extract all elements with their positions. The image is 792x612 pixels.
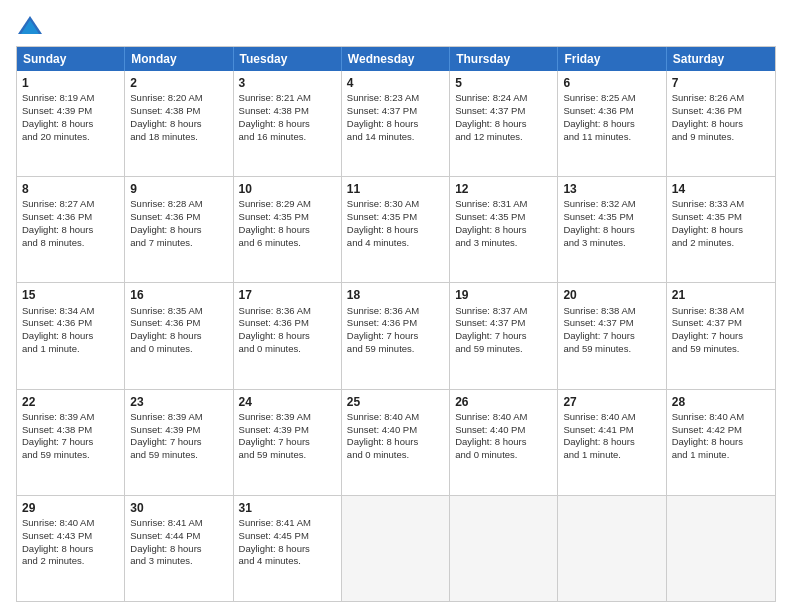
calendar: SundayMondayTuesdayWednesdayThursdayFrid… — [16, 46, 776, 602]
day-cell-24: 24Sunrise: 8:39 AMSunset: 4:39 PMDayligh… — [234, 390, 342, 495]
day-info-line: and 9 minutes. — [672, 131, 770, 144]
day-info-line: Sunset: 4:36 PM — [239, 317, 336, 330]
day-info-line: Sunrise: 8:23 AM — [347, 92, 444, 105]
day-info-line: and 59 minutes. — [239, 449, 336, 462]
empty-cell — [667, 496, 775, 601]
day-info-line: and 1 minute. — [22, 343, 119, 356]
day-info-line: Daylight: 7 hours — [563, 330, 660, 343]
day-cell-8: 8Sunrise: 8:27 AMSunset: 4:36 PMDaylight… — [17, 177, 125, 282]
day-info-line: Sunrise: 8:24 AM — [455, 92, 552, 105]
day-number: 21 — [672, 287, 770, 303]
day-cell-3: 3Sunrise: 8:21 AMSunset: 4:38 PMDaylight… — [234, 71, 342, 176]
day-info-line: Daylight: 8 hours — [672, 436, 770, 449]
day-info-line: Sunrise: 8:36 AM — [239, 305, 336, 318]
day-info-line: Sunrise: 8:26 AM — [672, 92, 770, 105]
day-info-line: Daylight: 8 hours — [130, 224, 227, 237]
day-info-line: Daylight: 8 hours — [22, 118, 119, 131]
week-row-5: 29Sunrise: 8:40 AMSunset: 4:43 PMDayligh… — [17, 495, 775, 601]
day-cell-26: 26Sunrise: 8:40 AMSunset: 4:40 PMDayligh… — [450, 390, 558, 495]
day-number: 6 — [563, 75, 660, 91]
day-info-line: Daylight: 8 hours — [130, 118, 227, 131]
day-info-line: Sunset: 4:36 PM — [22, 211, 119, 224]
header-day-friday: Friday — [558, 47, 666, 71]
day-info-line: and 1 minute. — [672, 449, 770, 462]
day-number: 28 — [672, 394, 770, 410]
day-info-line: Sunset: 4:36 PM — [130, 211, 227, 224]
day-info-line: and 0 minutes. — [239, 343, 336, 356]
day-info-line: Sunset: 4:37 PM — [455, 317, 552, 330]
day-cell-31: 31Sunrise: 8:41 AMSunset: 4:45 PMDayligh… — [234, 496, 342, 601]
day-cell-1: 1Sunrise: 8:19 AMSunset: 4:39 PMDaylight… — [17, 71, 125, 176]
day-info-line: Sunrise: 8:40 AM — [563, 411, 660, 424]
day-info-line: and 59 minutes. — [455, 343, 552, 356]
week-row-4: 22Sunrise: 8:39 AMSunset: 4:38 PMDayligh… — [17, 389, 775, 495]
day-info-line: Sunrise: 8:25 AM — [563, 92, 660, 105]
header-day-thursday: Thursday — [450, 47, 558, 71]
day-number: 26 — [455, 394, 552, 410]
day-info-line: Sunset: 4:39 PM — [239, 424, 336, 437]
day-info-line: and 59 minutes. — [563, 343, 660, 356]
day-info-line: and 3 minutes. — [455, 237, 552, 250]
empty-cell — [342, 496, 450, 601]
week-row-2: 8Sunrise: 8:27 AMSunset: 4:36 PMDaylight… — [17, 176, 775, 282]
day-cell-16: 16Sunrise: 8:35 AMSunset: 4:36 PMDayligh… — [125, 283, 233, 388]
day-info-line: Sunrise: 8:38 AM — [672, 305, 770, 318]
day-info-line: and 20 minutes. — [22, 131, 119, 144]
header-day-monday: Monday — [125, 47, 233, 71]
day-info-line: and 3 minutes. — [563, 237, 660, 250]
day-info-line: Sunset: 4:37 PM — [455, 105, 552, 118]
day-info-line: Sunset: 4:35 PM — [455, 211, 552, 224]
day-info-line: and 0 minutes. — [455, 449, 552, 462]
day-info-line: Sunset: 4:44 PM — [130, 530, 227, 543]
calendar-body: 1Sunrise: 8:19 AMSunset: 4:39 PMDaylight… — [17, 71, 775, 601]
day-number: 22 — [22, 394, 119, 410]
day-number: 19 — [455, 287, 552, 303]
day-info-line: Daylight: 8 hours — [563, 436, 660, 449]
day-info-line: Daylight: 8 hours — [455, 224, 552, 237]
header-day-tuesday: Tuesday — [234, 47, 342, 71]
day-cell-30: 30Sunrise: 8:41 AMSunset: 4:44 PMDayligh… — [125, 496, 233, 601]
day-cell-5: 5Sunrise: 8:24 AMSunset: 4:37 PMDaylight… — [450, 71, 558, 176]
day-info-line: Daylight: 7 hours — [347, 330, 444, 343]
day-info-line: Daylight: 8 hours — [239, 224, 336, 237]
day-info-line: and 18 minutes. — [130, 131, 227, 144]
day-info-line: Sunrise: 8:39 AM — [22, 411, 119, 424]
week-row-3: 15Sunrise: 8:34 AMSunset: 4:36 PMDayligh… — [17, 282, 775, 388]
day-cell-11: 11Sunrise: 8:30 AMSunset: 4:35 PMDayligh… — [342, 177, 450, 282]
day-number: 30 — [130, 500, 227, 516]
day-number: 27 — [563, 394, 660, 410]
day-info-line: and 0 minutes. — [347, 449, 444, 462]
day-info-line: Sunset: 4:35 PM — [347, 211, 444, 224]
day-info-line: Daylight: 8 hours — [347, 118, 444, 131]
day-info-line: Sunrise: 8:34 AM — [22, 305, 119, 318]
day-info-line: Sunset: 4:35 PM — [563, 211, 660, 224]
day-cell-28: 28Sunrise: 8:40 AMSunset: 4:42 PMDayligh… — [667, 390, 775, 495]
day-cell-10: 10Sunrise: 8:29 AMSunset: 4:35 PMDayligh… — [234, 177, 342, 282]
day-info-line: Sunrise: 8:35 AM — [130, 305, 227, 318]
day-info-line: Daylight: 8 hours — [22, 330, 119, 343]
day-info-line: Sunset: 4:38 PM — [22, 424, 119, 437]
day-info-line: and 16 minutes. — [239, 131, 336, 144]
day-info-line: and 3 minutes. — [130, 555, 227, 568]
day-info-line: and 2 minutes. — [22, 555, 119, 568]
day-number: 20 — [563, 287, 660, 303]
day-info-line: Sunset: 4:36 PM — [130, 317, 227, 330]
day-info-line: Sunset: 4:37 PM — [347, 105, 444, 118]
day-info-line: Sunset: 4:40 PM — [455, 424, 552, 437]
day-info-line: Daylight: 8 hours — [455, 436, 552, 449]
day-info-line: Daylight: 7 hours — [22, 436, 119, 449]
day-number: 1 — [22, 75, 119, 91]
day-info-line: Daylight: 8 hours — [672, 224, 770, 237]
header-day-wednesday: Wednesday — [342, 47, 450, 71]
day-info-line: Daylight: 8 hours — [347, 224, 444, 237]
header — [16, 12, 776, 40]
day-number: 5 — [455, 75, 552, 91]
day-info-line: Sunset: 4:43 PM — [22, 530, 119, 543]
header-day-sunday: Sunday — [17, 47, 125, 71]
day-cell-20: 20Sunrise: 8:38 AMSunset: 4:37 PMDayligh… — [558, 283, 666, 388]
day-cell-22: 22Sunrise: 8:39 AMSunset: 4:38 PMDayligh… — [17, 390, 125, 495]
day-info-line: Sunset: 4:41 PM — [563, 424, 660, 437]
day-info-line: Sunset: 4:37 PM — [672, 317, 770, 330]
day-number: 23 — [130, 394, 227, 410]
day-info-line: Sunrise: 8:31 AM — [455, 198, 552, 211]
